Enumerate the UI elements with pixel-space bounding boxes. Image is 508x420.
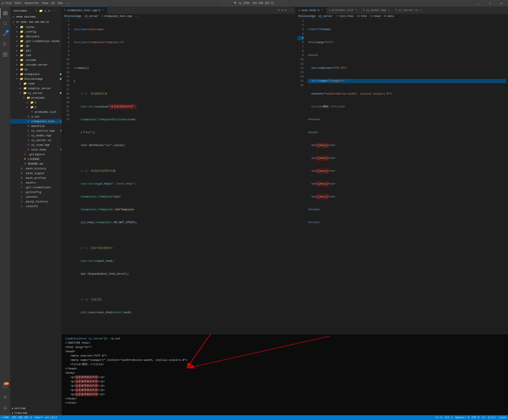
sidebar-item-onlinejudge[interactable]: ▼ 📂 OnlineJudge (10, 76, 61, 81)
collapse-icon[interactable]: ⊟ (48, 9, 50, 13)
new-folder-icon[interactable]: 📁 (39, 9, 43, 13)
sidebar-item-oj-control[interactable]: ▶ C oj_control.hpp M (10, 128, 61, 133)
sidebar-item-vscode[interactable]: ▶ 📁 .vscode (10, 58, 61, 62)
tab-oj-model[interactable]: C oj_model.hpp × (360, 7, 393, 14)
sidebar-item-ctemplate-test[interactable]: ▶ C ctemplate_test.cpp U (10, 119, 61, 124)
sidebar-item-test-html[interactable]: ▶ ⊞ test.html U (10, 147, 61, 152)
menu-view[interactable]: View (42, 2, 48, 5)
extensions-icon[interactable] (0, 49, 10, 60)
title-search[interactable]: 🔍 xy [SSH: 192.168.182.3] (221, 1, 287, 5)
left-code-editor[interactable]: 1 2 3 4 5 6 7 8 9 10 11 12 13 (62, 19, 295, 334)
sidebar-item-oj-view[interactable]: ▶ C oj_view.hpp (10, 142, 61, 147)
sidebar-item-git-credentials[interactable]: ▶ ≡ .git-credentials (10, 185, 61, 190)
new-file-icon[interactable]: + (35, 9, 37, 13)
tab-ctemplate-test[interactable]: C ctemplate_test.cpp U × (62, 7, 107, 14)
menu-run[interactable]: Run (58, 2, 63, 5)
sidebar-item-compile-server[interactable]: ▶ 📁 compile_server (10, 86, 61, 91)
open-editors-section[interactable]: ▶ OPEN EDITORS (10, 14, 61, 20)
sidebar-item-pki[interactable]: ▶ 📁 .pki (10, 48, 61, 53)
sidebar-item-vscode-server[interactable]: ▶ 📁 .vscode-server (10, 62, 61, 67)
sidebar-item-lesshst[interactable]: ▶ ≡ .lesshst (10, 195, 61, 199)
terminal-content[interactable]: [xy@localhost oj_server]$ ./a.out <!DOCT… (62, 334, 508, 415)
menu-file[interactable]: File (6, 2, 12, 5)
source-control-icon[interactable]: 1 (0, 29, 10, 39)
encoding-status[interactable]: UTF-8 (472, 416, 479, 419)
sidebar-item-dbclient[interactable]: ▶ 📁 .dbclient (10, 34, 61, 39)
accounts-icon[interactable] (0, 392, 10, 402)
run-debug-icon[interactable] (0, 39, 10, 49)
refresh-icon[interactable]: ↻ (45, 9, 46, 13)
toolbar-more-icon[interactable]: ··· (288, 8, 293, 12)
explorer-icon[interactable] (0, 8, 10, 18)
sidebar-item-ctemplate[interactable]: ▶ 📁 ctemplate (10, 72, 61, 76)
remote-status[interactable]: ⊢ SSH: 192.168.182.3 (2, 416, 32, 419)
tab-pl-close[interactable]: × (355, 8, 358, 12)
tab-html-close[interactable]: × (321, 8, 323, 12)
th-modified: U (60, 148, 61, 151)
toolbar-bookmark-icon[interactable]: ⊞ (285, 8, 287, 12)
tab-ctemplate-close[interactable]: × (101, 8, 104, 12)
sidebar-item-1[interactable]: ▶ 📁 1 (10, 100, 61, 105)
sidebar-item-bash-history[interactable]: ▶ $ .bash_history (10, 166, 61, 171)
tab-oj-server-cc[interactable]: C oj_server.cc × (393, 7, 426, 14)
cursor-position[interactable]: Ln 3, Col 1 (436, 416, 453, 419)
minimize-button[interactable]: ⎯ (473, 0, 483, 7)
open-editors-label: OPEN EDITORS (16, 16, 36, 18)
sidebar-item-bashrc[interactable]: ▶ $ .bashrc (10, 180, 61, 185)
sidebar-item-problems-list[interactable]: ▶ ≡ problems.list (10, 110, 61, 114)
split-editor-icon[interactable]: ⊟ (278, 8, 280, 12)
sidebar-item-ssh[interactable]: ▶ 📁 .ssh (10, 53, 61, 58)
more-icon[interactable]: ··· (52, 9, 58, 13)
sidebar-item-gitignore[interactable]: ▶ ⊘ .gitignore (10, 152, 61, 157)
right-code-content: <!DOCTYPE html> <html lang="en"> <head> … (306, 19, 508, 334)
tab-ojscc-close[interactable]: × (420, 8, 422, 12)
sidebar-item-oj-server[interactable]: ▼ 📂 oj_server (10, 91, 61, 95)
tab-ojm-close[interactable]: × (387, 8, 390, 12)
platform-status[interactable]: Linux (499, 416, 506, 419)
settings-icon[interactable] (0, 403, 10, 413)
sidebar-item-makefile[interactable]: ▶ M makefile (10, 124, 61, 128)
maximize-button[interactable]: ❐ (485, 0, 495, 7)
sidebar-item-problems[interactable]: ▼ 📂 problems (10, 95, 61, 100)
ct-file-icon: C (27, 120, 30, 123)
sidebar-item-config[interactable]: ▶ 📁 .config (10, 29, 61, 34)
menu-more[interactable]: ... (66, 2, 71, 5)
sidebar-item-bash-profile[interactable]: ▶ $ .bash_profile (10, 176, 61, 180)
sidebar-item-gitconfig[interactable]: ▶ ⊘ .gitconfig (10, 190, 61, 195)
timeline-section[interactable]: ▶ TIMELINE (10, 411, 61, 415)
errors-status[interactable]: ⊗ 0 ⚠ 0 ℹ 1 (45, 416, 57, 419)
spaces-text: Spaces: 4 (455, 416, 469, 419)
branch-status[interactable]: ⑂ main* (33, 416, 43, 419)
menu-edit[interactable]: Edit (15, 2, 21, 5)
menu-go[interactable]: Go (52, 2, 55, 5)
sidebar-item-aout[interactable]: ▶ ⚙ a.out (10, 114, 61, 119)
sidebar-item-gk[interactable]: ▶ 📁 .gk (10, 44, 61, 48)
sidebar-item-oj-server-cc[interactable]: ▶ C oj_server.cc (10, 138, 61, 142)
activity-bottom: 336 (0, 381, 10, 415)
sidebar-item-mysql-history[interactable]: ▶ ≡ .mysql_history (10, 199, 61, 204)
tab-test-html[interactable]: ⊞ test.html U × (296, 7, 326, 14)
sidebar-item-readme[interactable]: ▶ M README.md (10, 161, 61, 166)
sidebar-item-2[interactable]: ▶ 📁 2 (10, 105, 61, 110)
search-icon[interactable] (0, 18, 10, 29)
sidebar-item-viminfo[interactable]: ▶ ≡ .viminfo (10, 204, 61, 209)
language-status[interactable]: {} C++ (488, 416, 496, 419)
ojc-label: oj_control.hpp (31, 129, 59, 133)
right-code-editor[interactable]: 1 2 3 4 5 6 7 8 9 10 11 12 13 (296, 19, 508, 334)
line-ending-status[interactable]: LF (482, 416, 485, 419)
remote-icon[interactable]: 336 (0, 381, 10, 391)
sidebar-item-ac[interactable]: ▶ 📁 ac (10, 67, 61, 72)
toolbar-gear-icon[interactable]: ⚙ (281, 8, 283, 12)
sidebar-item-license[interactable]: ▶ ⚑ LICENSE (10, 157, 61, 161)
sidebar-item-cache[interactable]: ▶ 📁 .cache (10, 25, 61, 29)
sidebar-item-bash-logout[interactable]: ▶ $ .bash_logout (10, 171, 61, 176)
outline-section[interactable]: ▶ OUTLINE (10, 406, 61, 411)
sidebar-item-comm[interactable]: ▶ 📁 comm (10, 81, 61, 86)
tab-problems-list[interactable]: ≡ problems.list × (326, 7, 360, 14)
menu-selection[interactable]: Selection (25, 2, 38, 5)
tree-root-xy[interactable]: ▼ XY [SSH: 192.168.182.3] (10, 20, 61, 25)
spaces-setting[interactable]: Spaces: 4 (455, 416, 469, 419)
sidebar-item-git-credential-cache[interactable]: ▶ 📁 .git-credential-cache (10, 39, 61, 44)
close-button[interactable]: ✕ (496, 0, 506, 7)
sidebar-item-oj-model[interactable]: ▶ C oj_model.hpp (10, 133, 61, 138)
